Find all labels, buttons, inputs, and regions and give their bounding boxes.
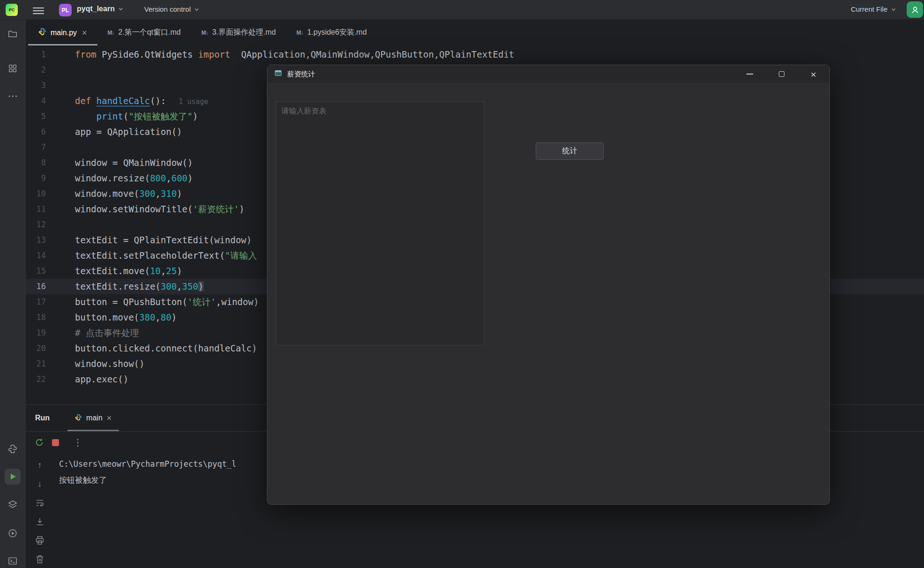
terminal-icon[interactable]	[5, 553, 21, 568]
line-number: 4	[26, 93, 75, 109]
qt-title-bar[interactable]: 薪资统计 ×	[267, 65, 829, 83]
salary-textedit[interactable]	[276, 102, 484, 345]
line-number: 10	[26, 186, 75, 202]
line-number: 18	[26, 310, 75, 325]
more-options-icon[interactable]: ⋮	[70, 434, 86, 450]
python-file-icon	[75, 414, 82, 423]
line-number: 7	[26, 140, 75, 155]
down-arrow-icon[interactable]: ↓	[34, 478, 45, 490]
maximize-icon[interactable]	[766, 65, 798, 83]
stat-button[interactable]: 统计	[536, 142, 604, 160]
close-tab-icon[interactable]: ×	[82, 29, 87, 37]
qt-window-icon	[274, 69, 282, 79]
project-name-dropdown[interactable]: pyqt_learn	[77, 5, 124, 13]
title-bar: PC PL pyqt_learn Version control Current…	[0, 0, 924, 20]
markdown-icon: M↓	[108, 30, 114, 36]
tab-main-py[interactable]: main.py ×	[28, 20, 97, 45]
tab-label: main.py	[51, 29, 77, 37]
run-anything-icon[interactable]	[5, 525, 21, 541]
tab-md-3[interactable]: M↓ 3.界面操作处理.md	[191, 20, 286, 45]
minimize-icon[interactable]	[734, 65, 766, 83]
line-number: 12	[26, 217, 75, 232]
version-control-label: Version control	[144, 5, 191, 13]
line-number: 3	[26, 78, 75, 93]
qt-window-title: 薪资统计	[287, 70, 315, 79]
structure-icon[interactable]	[5, 60, 21, 76]
markdown-icon: M↓	[296, 30, 303, 36]
tab-md-1[interactable]: M↓ 1.pyside6安装.md	[286, 20, 377, 45]
line-number: 13	[26, 232, 75, 248]
run-panel-title: Run	[35, 414, 50, 422]
close-icon[interactable]: ×	[798, 65, 829, 83]
line-number: 19	[26, 325, 75, 341]
line-number: 11	[26, 202, 75, 217]
line-number: 22	[26, 372, 75, 387]
python-console-icon[interactable]	[5, 441, 21, 457]
run-tab-label: main	[86, 414, 103, 422]
run-tool-window-icon[interactable]	[5, 469, 21, 485]
services-icon[interactable]	[5, 497, 21, 513]
qt-app-window: 薪资统计 × 统计	[267, 65, 830, 505]
line-number: 1	[26, 47, 75, 62]
project-name-label: pyqt_learn	[77, 5, 115, 13]
python-file-icon	[38, 28, 46, 37]
trash-icon[interactable]	[34, 553, 45, 565]
stop-icon[interactable]	[47, 434, 63, 450]
close-run-tab-icon[interactable]: ×	[107, 413, 112, 423]
pycharm-window: PC PL pyqt_learn Version control Current…	[0, 0, 924, 568]
run-configuration-dropdown[interactable]: Current File	[851, 5, 897, 13]
chevron-down-icon	[890, 6, 897, 13]
tab-label: 2.第一个qt窗口.md	[118, 28, 181, 37]
soft-wrap-icon[interactable]	[34, 497, 45, 508]
line-number: 21	[26, 356, 75, 372]
line-number: 9	[26, 171, 75, 186]
line-number: 16	[26, 279, 75, 294]
tab-label: 1.pyside6安装.md	[307, 28, 367, 37]
code-with-me-icon[interactable]	[907, 1, 923, 18]
line-number: 6	[26, 124, 75, 140]
qt-window-controls: ×	[734, 65, 829, 83]
pycharm-logo-icon: PC	[6, 4, 18, 16]
line-number: 17	[26, 294, 75, 310]
line-number: 8	[26, 155, 75, 171]
line-number: 15	[26, 263, 75, 279]
line-number: 2	[26, 62, 75, 78]
print-icon[interactable]	[34, 535, 45, 546]
line-number: 14	[26, 248, 75, 263]
code-line[interactable]: from PySide6.QtWidgets import QApplicati…	[75, 47, 924, 62]
hamburger-menu-icon[interactable]	[33, 6, 44, 14]
scroll-to-end-icon[interactable]	[34, 516, 45, 527]
gutter: 12345678910111213141516171819202122	[26, 47, 75, 387]
version-control-dropdown[interactable]: Version control	[144, 5, 200, 13]
current-file-label: Current File	[851, 5, 887, 13]
chevron-down-icon	[118, 6, 124, 12]
rerun-icon[interactable]	[31, 434, 47, 450]
left-tool-rail: ⋯	[0, 20, 26, 568]
line-number: 20	[26, 341, 75, 356]
line-number: 5	[26, 109, 75, 124]
project-badge[interactable]: PL	[59, 4, 72, 16]
tab-label: 3.界面操作处理.md	[212, 28, 276, 37]
markdown-icon: M↓	[201, 30, 208, 36]
console-toolbar: ↑ ↓	[26, 453, 54, 568]
tab-md-2[interactable]: M↓ 2.第一个qt窗口.md	[97, 20, 191, 45]
more-tool-windows-icon[interactable]: ⋯	[5, 88, 21, 104]
editor-tab-bar: main.py × M↓ 2.第一个qt窗口.md M↓ 3.界面操作处理.md…	[26, 20, 924, 45]
chevron-down-icon	[193, 6, 200, 13]
up-arrow-icon[interactable]: ↑	[34, 460, 45, 471]
run-tab-main[interactable]: main ×	[67, 405, 119, 431]
project-folder-icon[interactable]	[5, 26, 21, 42]
